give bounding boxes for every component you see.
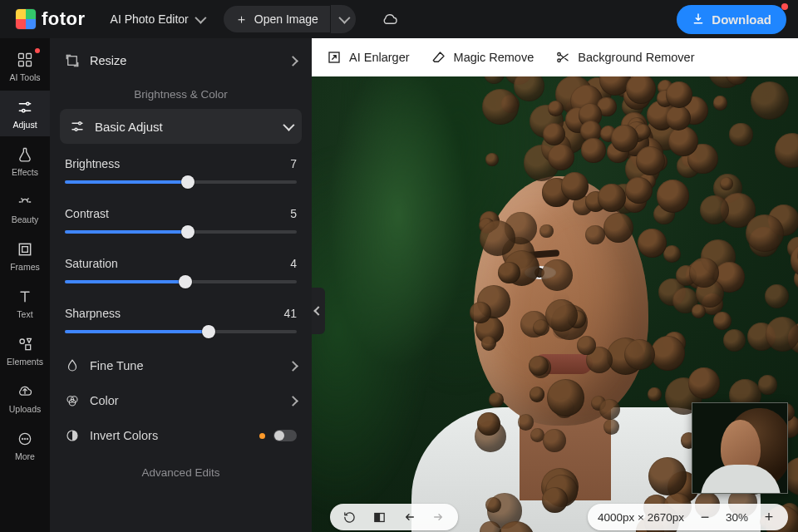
- rail-item-uploads[interactable]: Uploads: [0, 375, 50, 421]
- cloud-sync-button[interactable]: [381, 12, 399, 26]
- chevron-right-icon: [289, 53, 297, 68]
- download-button[interactable]: Download: [677, 5, 786, 34]
- chevron-down-icon: [339, 12, 347, 26]
- zoom-out-button[interactable]: −: [696, 508, 714, 526]
- compare-button[interactable]: [370, 508, 388, 526]
- zoom-in-button[interactable]: +: [760, 508, 778, 526]
- sliders-icon: [70, 119, 85, 134]
- slider-track-brightness[interactable]: [65, 180, 297, 184]
- slider-contrast: Contrast 5: [60, 199, 302, 249]
- flask-icon: [16, 145, 34, 164]
- open-image-button[interactable]: ＋ Open Image: [224, 6, 330, 32]
- slider-thumb[interactable]: [181, 175, 195, 189]
- slider-fill: [65, 180, 188, 184]
- chevron-right-icon: [289, 393, 297, 408]
- svg-rect-9: [26, 345, 31, 350]
- brand-mark-icon: [15, 8, 37, 30]
- brand-logo[interactable]: fotor: [15, 8, 86, 30]
- canvas-area: AI Enlarger Magic Remove Background Remo…: [312, 38, 798, 532]
- canvas-status-bar: 4000px × 2670px − 30% +: [312, 502, 798, 532]
- plus-icon: ＋: [235, 12, 248, 25]
- contrast-icon: [65, 428, 80, 443]
- tool-label: Magic Remove: [454, 51, 534, 64]
- svg-rect-3: [27, 62, 32, 66]
- svg-point-11: [22, 438, 23, 440]
- rail-item-text[interactable]: Text: [0, 280, 50, 326]
- slider-label: Contrast: [65, 207, 109, 220]
- editor-mode-label: AI Photo Editor: [111, 12, 189, 26]
- text-icon: [16, 288, 34, 306]
- rail-item-effects[interactable]: Effects: [0, 138, 50, 184]
- slider-value: 4: [290, 257, 297, 270]
- section-advanced-edits: Advanced Edits: [60, 453, 302, 485]
- rail-label: AI Tools: [9, 72, 40, 82]
- slider-label: Sharpness: [65, 307, 121, 320]
- rail-label: Elements: [7, 357, 43, 367]
- canvas-tools-row: AI Enlarger Magic Remove Background Remo…: [312, 38, 798, 76]
- tool-label: Background Remover: [578, 51, 694, 64]
- shapes-icon: [16, 335, 34, 353]
- resize-row[interactable]: Resize: [60, 45, 302, 76]
- slider-sharpness: Sharpness 41: [60, 298, 302, 348]
- fine-tune-row[interactable]: Fine Tune: [60, 348, 302, 383]
- svg-rect-6: [19, 244, 30, 254]
- grid-icon: [16, 51, 34, 69]
- magic-remove-button[interactable]: Magic Remove: [431, 50, 534, 65]
- slider-thumb[interactable]: [202, 325, 215, 338]
- slider-value: 7: [290, 157, 297, 170]
- history-button[interactable]: [340, 508, 358, 526]
- notification-dot-icon: [35, 48, 40, 53]
- svg-rect-2: [19, 62, 24, 66]
- chevron-down-icon: [195, 12, 204, 26]
- redo-button[interactable]: [430, 508, 448, 526]
- invert-label: Invert Colors: [90, 429, 158, 442]
- notification-dot-icon: [781, 3, 788, 10]
- slider-label: Saturation: [65, 257, 118, 270]
- image-canvas[interactable]: 4000px × 2670px − 30% +: [312, 76, 798, 532]
- slider-thumb[interactable]: [181, 225, 195, 239]
- basic-adjust-accordion[interactable]: Basic Adjust: [60, 109, 302, 144]
- slider-track-saturation[interactable]: [65, 280, 297, 283]
- rail-item-aitools[interactable]: AI Tools: [0, 43, 50, 89]
- slider-value: 5: [290, 207, 297, 220]
- rail-item-beauty[interactable]: Beauty: [0, 185, 50, 231]
- zoom-level: 30%: [726, 511, 748, 524]
- upload-cloud-icon: [16, 382, 34, 401]
- image-dimensions: 4000px × 2670px: [598, 511, 684, 524]
- left-rail: AI Tools Adjust Effects Beauty Frames Te…: [0, 38, 50, 532]
- svg-point-13: [27, 438, 28, 440]
- slider-track-sharpness[interactable]: [65, 330, 297, 333]
- invert-toggle[interactable]: [273, 430, 297, 441]
- basic-adjust-label: Basic Adjust: [95, 120, 163, 134]
- slider-thumb[interactable]: [179, 275, 192, 288]
- open-image-dropdown[interactable]: [330, 5, 356, 33]
- scissors-icon: [555, 50, 570, 65]
- color-row[interactable]: Color: [60, 383, 302, 418]
- svg-rect-14: [68, 57, 77, 66]
- rail-item-more[interactable]: More: [0, 422, 50, 468]
- adjust-panel: Resize Brightness & Color Basic Adjust B…: [50, 38, 312, 532]
- ai-enlarger-button[interactable]: AI Enlarger: [327, 50, 410, 65]
- navigator-thumbnail[interactable]: [692, 402, 788, 494]
- brand-text: fotor: [42, 8, 86, 30]
- undo-button[interactable]: [400, 508, 418, 526]
- collapse-panel-tab[interactable]: [312, 288, 325, 334]
- background-remover-button[interactable]: Background Remover: [555, 50, 694, 65]
- rail-item-adjust[interactable]: Adjust: [0, 91, 50, 136]
- slider-brightness: Brightness 7: [60, 149, 302, 199]
- slider-fill: [65, 280, 185, 283]
- rail-item-frames[interactable]: Frames: [0, 233, 50, 278]
- svg-point-16: [75, 128, 77, 131]
- slider-fill: [65, 230, 188, 234]
- enlarge-icon: [327, 50, 342, 65]
- rail-item-elements[interactable]: Elements: [0, 328, 50, 373]
- eraser-icon: [431, 50, 446, 65]
- slider-saturation: Saturation 4: [60, 249, 302, 298]
- slider-track-contrast[interactable]: [65, 230, 297, 234]
- more-icon: [16, 430, 34, 448]
- section-brightness-color: Brightness & Color: [60, 76, 302, 109]
- rail-label: Text: [17, 309, 32, 319]
- topbar: fotor AI Photo Editor ＋ Open Image Downl…: [0, 0, 798, 38]
- editor-mode-dropdown[interactable]: AI Photo Editor: [111, 12, 204, 26]
- resize-icon: [65, 53, 80, 68]
